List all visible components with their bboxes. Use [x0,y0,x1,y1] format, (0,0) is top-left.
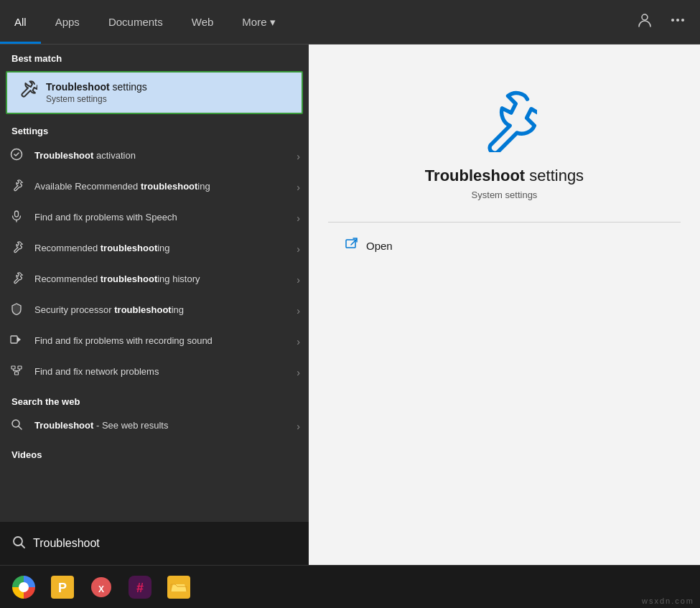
best-match-wrench-icon [16,80,37,106]
microphone-icon [9,210,24,226]
svg-text:P: P [58,581,67,595]
polarr-icon: P [51,576,74,599]
nav-tab-web[interactable]: Web [177,0,228,44]
results-scroll[interactable]: Best match Troubleshoot settings System … [0,45,309,522]
settings-item-available-recommended[interactable]: Available Recommended troubleshooting › [0,172,309,202]
svg-rect-10 [18,366,22,369]
chevron-right-icon: › [297,336,300,347]
settings-item-security-processor[interactable]: Security processor troubleshooting › [0,295,309,326]
taskbar-slack[interactable]: # [122,571,158,603]
chrome-icon [12,576,35,599]
settings-item-speech[interactable]: Find and fix problems with Speech › [0,202,309,233]
watermark: wsxdn.com [642,597,694,605]
settings-item-recording-sound[interactable]: Find and fix problems with recording sou… [0,326,309,357]
main-area: Best match Troubleshoot settings System … [0,45,700,565]
open-icon [345,237,359,255]
slack-icon: # [129,576,151,599]
chevron-right-icon: › [297,151,300,162]
audio-icon [9,333,24,350]
search-bar [0,522,309,565]
right-panel-title: Troubleshoot settings [425,167,584,185]
wrench-icon-1 [9,179,24,195]
chevron-right-icon: › [297,367,300,378]
web-section-label: Search the web [0,388,309,411]
svg-rect-7 [11,336,17,343]
search-icon [9,418,24,434]
best-match-text: Troubleshoot settings System settings [46,81,147,104]
web-search-item[interactable]: Troubleshoot - See web results › [0,411,309,441]
nav-tab-documents[interactable]: Documents [94,0,177,44]
chevron-right-icon: › [297,243,300,255]
videos-section-label: Videos [0,441,309,464]
divider [328,222,681,223]
wrench-icon-2 [9,240,24,257]
right-panel-subtitle: System settings [472,190,538,200]
settings-item-troubleshoot-activation[interactable]: Troubleshoot activation › [0,141,309,172]
best-match-item[interactable]: Troubleshoot settings System settings [6,71,303,114]
taskbar-chrome[interactable] [6,571,42,603]
check-circle-icon [9,148,24,164]
svg-point-3 [681,19,684,22]
svg-text:#: # [136,581,144,595]
svg-marker-8 [17,337,21,342]
best-match-label: Best match [0,45,309,68]
top-navigation: All Apps Documents Web More ▾ [0,0,700,45]
svg-rect-11 [15,372,19,375]
wrench-icon-3 [9,271,24,288]
search-input[interactable] [33,537,297,550]
taskbar-files[interactable] [161,571,197,603]
svg-point-2 [676,19,679,22]
settings-item-recommended-history[interactable]: Recommended troubleshooting history › [0,264,309,295]
svg-rect-9 [11,366,15,369]
svg-text:X: X [98,584,104,594]
chevron-right-icon: › [297,305,300,317]
svg-line-17 [19,426,22,429]
chevron-right-icon: › [297,182,300,193]
chevron-right-icon: › [297,212,300,224]
right-panel-icon [472,88,537,155]
taskbar-xbox[interactable]: X [83,571,119,603]
settings-item-network[interactable]: Find and fix network problems › [0,357,309,388]
taskbar-polarr[interactable]: P [45,571,80,603]
ellipsis-icon[interactable] [667,9,689,34]
right-panel: Troubleshoot settings System settings Op… [309,45,700,565]
settings-item-recommended-troubleshooting[interactable]: Recommended troubleshooting › [0,233,309,264]
person-icon[interactable] [634,9,655,34]
taskbar: P X # wsxdn.com [0,565,700,608]
svg-rect-5 [15,211,19,217]
svg-point-1 [671,19,674,22]
xbox-icon: X [90,576,113,599]
nav-tab-all[interactable]: All [0,0,41,44]
settings-section-label: Settings [0,117,309,141]
nav-tab-apps[interactable]: Apps [41,0,94,44]
svg-line-19 [22,544,25,548]
network-icon [9,364,24,380]
chevron-right-icon: › [297,421,300,432]
chevron-right-icon: › [297,274,300,286]
left-panel: Best match Troubleshoot settings System … [0,45,309,565]
svg-rect-20 [346,240,355,248]
search-bar-icon [11,535,26,553]
open-button[interactable]: Open [345,237,393,255]
svg-point-0 [642,14,648,20]
files-icon [167,576,190,599]
shield-icon [9,302,24,319]
nav-tab-more[interactable]: More ▾ [228,0,289,44]
nav-icons [634,9,700,34]
